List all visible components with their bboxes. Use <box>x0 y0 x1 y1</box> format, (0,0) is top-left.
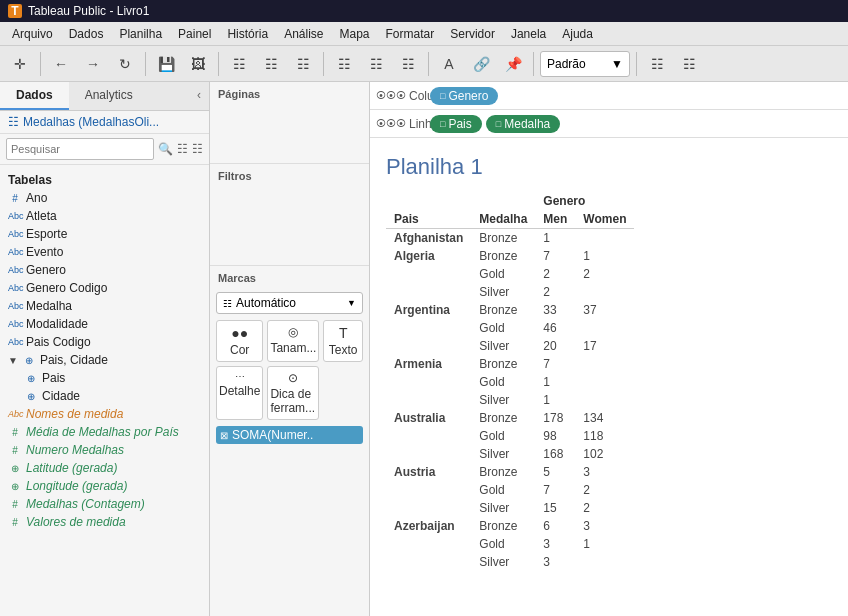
field-esporte[interactable]: Abc Esporte <box>0 225 209 243</box>
forward-btn[interactable]: → <box>79 50 107 78</box>
menu-planilha[interactable]: Planilha <box>111 25 170 43</box>
device-btn[interactable]: ☷ <box>675 50 703 78</box>
field-label-medalhas-contagem: Medalhas (Contagem) <box>26 497 145 511</box>
field-genero-codigo[interactable]: Abc Genero Codigo <box>0 279 209 297</box>
toolbar-sep-4 <box>323 52 324 76</box>
rows-pill-pais[interactable]: □ Pais <box>430 115 482 133</box>
marks-detalhe-label: Detalhe <box>219 384 260 398</box>
database-icon: ☷ <box>8 115 19 129</box>
cell-country: Australia <box>386 409 471 427</box>
field-icon-medalha: Abc <box>8 301 22 311</box>
field-latitude[interactable]: ⊕ Latitude (gerada) <box>0 459 209 477</box>
col-men-label: Men <box>535 210 575 229</box>
move-tool-btn[interactable]: ✛ <box>6 50 34 78</box>
table-btn[interactable]: ☷ <box>257 50 285 78</box>
field-nomes-medida[interactable]: Abc Nomes de medida <box>0 405 209 423</box>
filter-btn[interactable]: ☷ <box>394 50 422 78</box>
tab-dados[interactable]: Dados <box>0 82 69 110</box>
list-view-icon[interactable]: ☷ <box>192 142 203 156</box>
canvas-area: Planilha 1 Genero Pais Medalha Men Women <box>370 138 848 616</box>
field-medalha[interactable]: Abc Medalha <box>0 297 209 315</box>
marks-type-dropdown[interactable]: ☷ Automático ▼ <box>216 292 363 314</box>
cell-women <box>575 283 634 301</box>
link-btn[interactable]: 🔗 <box>467 50 495 78</box>
save-btn[interactable]: 💾 <box>152 50 180 78</box>
view-dropdown[interactable]: Padrão ▼ <box>540 51 630 77</box>
cell-medal: Gold <box>471 535 535 553</box>
menu-formatar[interactable]: Formatar <box>378 25 443 43</box>
menu-historia[interactable]: História <box>219 25 276 43</box>
cell-women <box>575 229 634 248</box>
search-icon[interactable]: 🔍 <box>158 142 173 156</box>
menu-servidor[interactable]: Servidor <box>442 25 503 43</box>
field-icon-ano: # <box>8 193 22 204</box>
data-source[interactable]: ☷ Medalhas (MedalhasOli... <box>0 111 209 134</box>
field-ano[interactable]: # Ano <box>0 189 209 207</box>
menu-dados[interactable]: Dados <box>61 25 112 43</box>
marks-texto[interactable]: T Texto <box>323 320 363 362</box>
field-atleta[interactable]: Abc Atleta <box>0 207 209 225</box>
cell-men: 15 <box>535 499 575 517</box>
field-icon-atleta: Abc <box>8 211 22 221</box>
panel-close-btn[interactable]: ‹ <box>189 82 209 110</box>
fit-btn[interactable]: ☷ <box>289 50 317 78</box>
label-btn[interactable]: A <box>435 50 463 78</box>
field-icon-pais-cidade: ⊕ <box>22 355 36 366</box>
menu-mapa[interactable]: Mapa <box>331 25 377 43</box>
cell-medal: Silver <box>471 499 535 517</box>
stats-btn[interactable]: ☷ <box>643 50 671 78</box>
field-numero-medalhas[interactable]: # Numero Medalhas <box>0 441 209 459</box>
toolbar: ✛ ← → ↻ 💾 🖼 ☷ ☷ ☷ ☷ ☷ ☷ A 🔗 📌 Padrão ▼ ☷… <box>0 46 848 82</box>
field-pais-cidade[interactable]: ▼ ⊕ Pais, Cidade <box>0 351 209 369</box>
field-modalidade[interactable]: Abc Modalidade <box>0 315 209 333</box>
field-longitude[interactable]: ⊕ Longitude (gerada) <box>0 477 209 495</box>
marks-tamanho[interactable]: ◎ Tanam... <box>267 320 319 362</box>
pin-btn[interactable]: 📌 <box>499 50 527 78</box>
search-input[interactable] <box>6 138 154 160</box>
marks-tooltip[interactable]: ⊙ Dica de ferram... <box>267 366 319 420</box>
pages-content <box>210 104 369 164</box>
tab-analytics[interactable]: Analytics <box>69 82 149 110</box>
marks-cor[interactable]: ●● Cor <box>216 320 263 362</box>
menu-arquivo[interactable]: Arquivo <box>4 25 61 43</box>
field-cidade[interactable]: ⊕ Cidade <box>0 387 209 405</box>
field-pais[interactable]: ⊕ Pais <box>0 369 209 387</box>
columns-pill-genero[interactable]: □ Genero <box>430 87 498 105</box>
field-medalhas-contagem[interactable]: # Medalhas (Contagem) <box>0 495 209 513</box>
marks-detalhe[interactable]: ⋯ Detalhe <box>216 366 263 420</box>
size-icon: ◎ <box>288 325 298 339</box>
menu-ajuda[interactable]: Ajuda <box>554 25 601 43</box>
rows-pill-medalha[interactable]: □ Medalha <box>486 115 560 133</box>
cell-men: 7 <box>535 481 575 499</box>
marks-sum[interactable]: ⊠ SOMA(Numer.. <box>216 426 363 444</box>
chart-btn[interactable]: ☷ <box>225 50 253 78</box>
filter-icon[interactable]: ☷ <box>177 142 188 156</box>
cell-country <box>386 553 471 571</box>
field-valores-medida[interactable]: # Valores de medida <box>0 513 209 531</box>
cell-men: 2 <box>535 283 575 301</box>
filters-label: Filtros <box>210 164 369 186</box>
field-genero[interactable]: Abc Genero <box>0 261 209 279</box>
refresh-btn[interactable]: ↻ <box>111 50 139 78</box>
print-btn[interactable]: 🖼 <box>184 50 212 78</box>
back-btn[interactable]: ← <box>47 50 75 78</box>
menu-analise[interactable]: Análise <box>276 25 331 43</box>
sort-btn[interactable]: ☷ <box>362 50 390 78</box>
field-media-medalhas[interactable]: # Média de Medalhas por País <box>0 423 209 441</box>
cell-women <box>575 355 634 373</box>
menu-janela[interactable]: Janela <box>503 25 554 43</box>
marks-section: ☷ Automático ▼ ●● Cor ◎ Tanam... T Texto <box>210 288 369 448</box>
cell-women <box>575 553 634 571</box>
rows-icon: ⦿⦿⦿ <box>376 118 406 129</box>
toolbar-sep-1 <box>40 52 41 76</box>
cell-country: Afghanistan <box>386 229 471 248</box>
field-pais-codigo[interactable]: Abc Pais Codigo <box>0 333 209 351</box>
menu-painel[interactable]: Painel <box>170 25 219 43</box>
cell-men: 1 <box>535 391 575 409</box>
cell-country <box>386 445 471 463</box>
field-evento[interactable]: Abc Evento <box>0 243 209 261</box>
cell-medal: Silver <box>471 283 535 301</box>
group-btn[interactable]: ☷ <box>330 50 358 78</box>
text-icon: T <box>339 325 348 341</box>
field-icon-media-medalhas: # <box>8 427 22 438</box>
